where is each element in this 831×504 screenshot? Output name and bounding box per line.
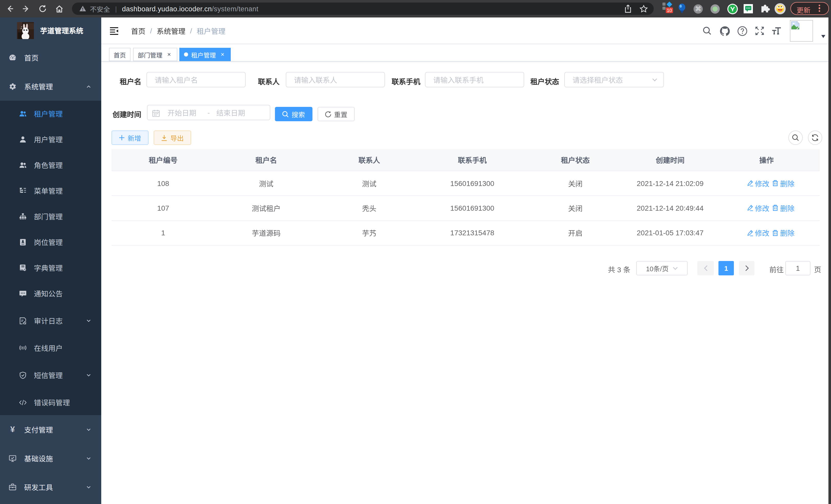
svg-text:10: 10	[667, 8, 672, 13]
svg-text:⌘: ⌘	[695, 5, 701, 12]
